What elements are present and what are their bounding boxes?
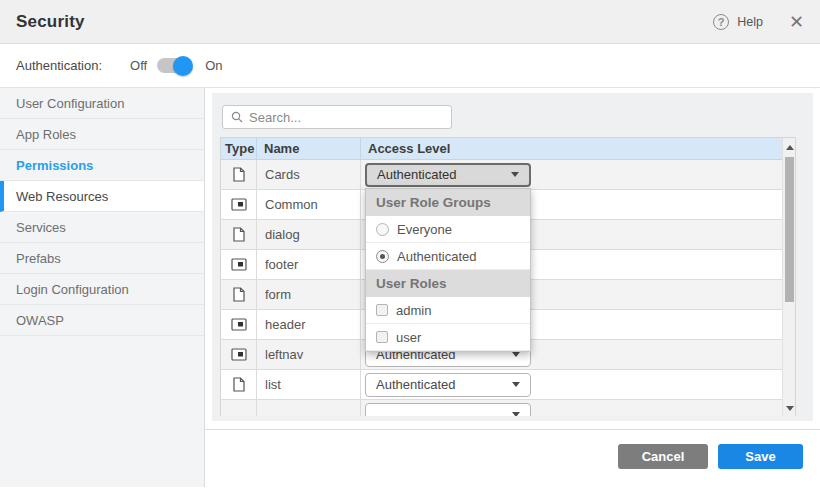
partial-icon <box>231 348 247 361</box>
sidebar-item-prefabs[interactable]: Prefabs <box>0 243 204 274</box>
table-row <box>221 400 795 416</box>
chevron-down-icon <box>512 412 520 416</box>
resource-name: form <box>257 280 361 309</box>
resource-name <box>257 400 361 416</box>
option-label: Everyone <box>397 222 452 237</box>
search-input[interactable] <box>249 110 443 125</box>
partial-icon <box>231 198 247 211</box>
authentication-bar: Authentication: Off On <box>0 44 820 88</box>
dropdown-option-everyone[interactable]: Everyone <box>366 216 530 243</box>
help-icon[interactable]: ? <box>713 14 729 30</box>
scroll-up-icon[interactable] <box>783 140 796 154</box>
option-label: Authenticated <box>397 249 477 264</box>
dropdown-option-authenticated[interactable]: Authenticated <box>366 243 530 270</box>
resources-table: Type Name Access Level Cards Authenticat… <box>220 137 796 416</box>
dropdown-value: Authenticated <box>377 167 457 182</box>
page-icon <box>233 377 245 392</box>
checkbox-icon[interactable] <box>376 304 388 316</box>
toggle-off-label: Off <box>130 58 147 73</box>
chevron-down-icon <box>512 382 520 387</box>
sidebar-item-app-roles[interactable]: App Roles <box>0 119 204 150</box>
toggle-knob <box>173 56 193 76</box>
dropdown-option-user[interactable]: user <box>366 324 530 351</box>
footer-actions: Cancel Save <box>618 444 803 469</box>
close-icon[interactable]: ✕ <box>789 13 804 31</box>
search-box[interactable] <box>222 105 452 129</box>
access-level-dropdown-panel: User Role Groups Everyone Authenticated … <box>365 188 531 352</box>
toggle-on-label: On <box>205 58 222 73</box>
access-level-dropdown[interactable]: Authenticated <box>365 163 531 187</box>
resource-name: leftnav <box>257 340 361 369</box>
radio-icon[interactable] <box>376 223 389 236</box>
table-header: Type Name Access Level <box>221 138 795 160</box>
save-button[interactable]: Save <box>718 444 803 469</box>
title-bar: Security ? Help ✕ <box>0 0 820 44</box>
access-level-dropdown[interactable] <box>365 403 531 417</box>
resource-name: header <box>257 310 361 339</box>
table-row: Cards Authenticated <box>221 160 795 190</box>
scroll-down-icon[interactable] <box>783 401 796 415</box>
radio-checked-icon[interactable] <box>376 250 389 263</box>
column-header-name: Name <box>257 138 361 159</box>
sidebar-item-owasp[interactable]: OWASP <box>0 305 204 336</box>
resource-name: Cards <box>257 160 361 189</box>
authentication-label: Authentication: <box>16 58 102 73</box>
scrollbar-thumb[interactable] <box>785 157 794 302</box>
security-window: Security ? Help ✕ Authentication: Off On… <box>0 0 820 488</box>
partial-icon <box>231 258 247 271</box>
dropdown-group-header: User Role Groups <box>366 189 530 216</box>
access-level-dropdown[interactable]: Authenticated <box>365 373 531 397</box>
dropdown-group-header: User Roles <box>366 270 530 297</box>
partial-icon <box>231 318 247 331</box>
table-row: list Authenticated <box>221 370 795 400</box>
sidebar: User Configuration App Roles Permissions… <box>0 88 205 487</box>
sidebar-item-web-resources[interactable]: Web Resources <box>0 181 204 212</box>
sidebar-item-user-configuration[interactable]: User Configuration <box>0 88 204 119</box>
cancel-button[interactable]: Cancel <box>618 444 708 469</box>
sidebar-item-services[interactable]: Services <box>0 212 204 243</box>
dropdown-option-admin[interactable]: admin <box>366 297 530 324</box>
vertical-scrollbar[interactable] <box>782 138 795 416</box>
main-content: Type Name Access Level Cards Authenticat… <box>205 88 820 487</box>
page-icon <box>233 287 245 302</box>
resource-name: Common <box>257 190 361 219</box>
footer-divider <box>205 429 820 430</box>
dropdown-value: Authenticated <box>376 377 456 392</box>
option-label: admin <box>396 303 431 318</box>
web-resources-panel: Type Name Access Level Cards Authenticat… <box>212 93 813 421</box>
search-icon <box>231 111 243 123</box>
help-link[interactable]: Help <box>737 15 763 29</box>
resource-name: list <box>257 370 361 399</box>
chevron-down-icon <box>512 352 520 357</box>
checkbox-icon[interactable] <box>376 331 388 343</box>
column-header-access-level: Access Level <box>361 138 795 159</box>
resource-name: dialog <box>257 220 361 249</box>
page-icon <box>233 167 245 182</box>
authentication-toggle[interactable] <box>157 58 191 73</box>
resource-name: footer <box>257 250 361 279</box>
option-label: user <box>396 330 421 345</box>
page-title: Security <box>16 12 85 32</box>
sidebar-item-login-configuration[interactable]: Login Configuration <box>0 274 204 305</box>
sidebar-item-permissions[interactable]: Permissions <box>0 150 204 181</box>
column-header-type: Type <box>221 138 257 159</box>
chevron-down-icon <box>511 172 519 177</box>
page-icon <box>233 227 245 242</box>
